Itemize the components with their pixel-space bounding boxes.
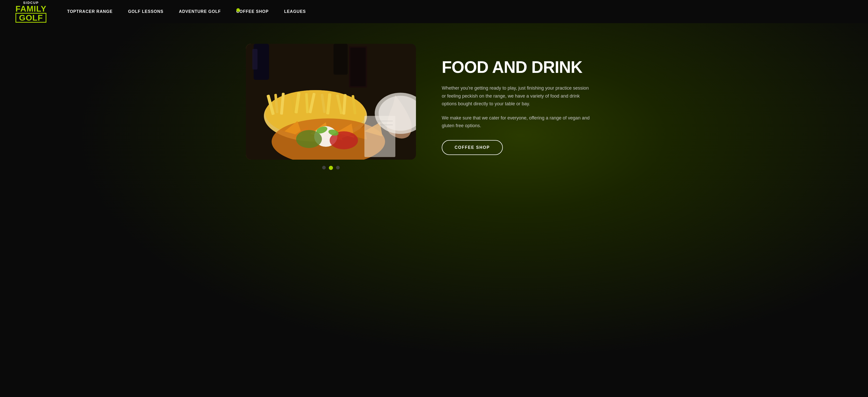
page-wrapper: FOOD AND DRINK Whether you're getting re… bbox=[0, 23, 868, 397]
nav-link-adventure-golf[interactable]: ADVENTURE GOLF bbox=[179, 9, 221, 14]
svg-rect-5 bbox=[350, 47, 366, 86]
nav-link-coffee-shop[interactable]: COFFEE SHOP bbox=[236, 9, 269, 14]
nav-link-golf-lessons[interactable]: GOLF LESSONS bbox=[128, 9, 163, 14]
carousel-dot-1[interactable] bbox=[322, 166, 326, 169]
nav-item-leagues[interactable]: LEAGUES bbox=[284, 9, 306, 14]
carousel-image bbox=[246, 44, 416, 160]
logo-family: FAMILY bbox=[16, 5, 46, 13]
navbar: SIDCUP FAMILY GOLF TOPTRACER RANGE GOLF … bbox=[0, 0, 868, 23]
food-image bbox=[246, 44, 416, 160]
section-title: FOOD AND DRINK bbox=[442, 59, 591, 76]
nav-link-toptracer[interactable]: TOPTRACER RANGE bbox=[67, 9, 113, 14]
section-description-2: We make sure that we cater for everyone,… bbox=[442, 114, 591, 130]
carousel-dots bbox=[246, 166, 416, 170]
svg-rect-3 bbox=[334, 44, 348, 75]
site-logo[interactable]: SIDCUP FAMILY GOLF bbox=[16, 1, 46, 23]
coffee-shop-button[interactable]: COFFEE SHOP bbox=[442, 140, 503, 155]
carousel-wrapper bbox=[246, 44, 416, 170]
nav-item-adventure-golf[interactable]: ADVENTURE GOLF bbox=[179, 9, 221, 14]
carousel-dot-3[interactable] bbox=[336, 166, 340, 169]
text-content: FOOD AND DRINK Whether you're getting re… bbox=[442, 59, 591, 155]
content-section: FOOD AND DRINK Whether you're getting re… bbox=[215, 23, 653, 191]
food-svg bbox=[246, 44, 416, 160]
nav-item-coffee-shop[interactable]: COFFEE SHOP bbox=[236, 9, 269, 14]
logo-golf: GOLF bbox=[16, 13, 46, 23]
carousel-dot-2[interactable] bbox=[329, 166, 333, 170]
nav-item-golf-lessons[interactable]: GOLF LESSONS bbox=[128, 9, 163, 14]
nav-links: TOPTRACER RANGE GOLF LESSONS ADVENTURE G… bbox=[67, 9, 306, 14]
nav-link-leagues[interactable]: LEAGUES bbox=[284, 9, 306, 14]
nav-active-indicator bbox=[236, 8, 240, 12]
nav-item-toptracer[interactable]: TOPTRACER RANGE bbox=[67, 9, 113, 14]
section-description-1: Whether you're getting ready to play, ju… bbox=[442, 84, 591, 108]
svg-rect-2 bbox=[252, 49, 257, 69]
svg-rect-35 bbox=[364, 116, 395, 157]
